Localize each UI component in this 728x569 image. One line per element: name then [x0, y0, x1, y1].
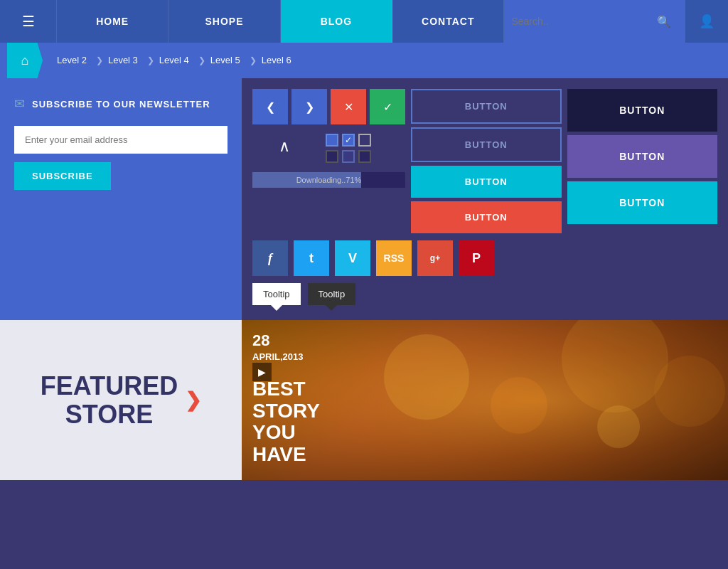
- bokeh-circle: [384, 334, 469, 420]
- nav-shope[interactable]: SHOPE: [168, 0, 280, 43]
- facebook-button[interactable]: f: [252, 240, 288, 276]
- pinterest-button[interactable]: P: [459, 240, 494, 276]
- breadcrumb-home[interactable]: ⌂: [7, 43, 43, 78]
- large-button-3[interactable]: BUTTON: [411, 166, 562, 198]
- twitter-button[interactable]: t: [294, 240, 329, 276]
- email-field[interactable]: [14, 126, 228, 154]
- search-icon[interactable]: 🔍: [657, 15, 671, 28]
- breadcrumb-level6[interactable]: Level 6: [251, 43, 302, 78]
- checkbox-2[interactable]: ✓: [342, 134, 355, 147]
- bokeh-circle: [491, 377, 547, 434]
- xl-button-3[interactable]: BUTTON: [567, 181, 718, 224]
- newsletter-panel: ✉ SUBSCRIBE TO OUR NEWSLETTER SUBSCRIBE: [0, 78, 242, 320]
- vimeo-button[interactable]: V: [335, 240, 370, 276]
- tooltip-1[interactable]: Tooltip: [252, 283, 301, 305]
- featured-store-arrow: ❯: [185, 388, 201, 412]
- blog-post-title: BESTSTORYYOUHAVE: [252, 378, 320, 466]
- featured-store[interactable]: FEATUREDSTORE ❯: [0, 320, 242, 480]
- main-content: ✉ SUBSCRIBE TO OUR NEWSLETTER SUBSCRIBE …: [0, 78, 728, 320]
- large-button-1[interactable]: BUTTON: [411, 89, 562, 124]
- subscribe-button[interactable]: SUBSCRIBE: [14, 162, 111, 190]
- checkbox-1[interactable]: [326, 134, 338, 147]
- xl-button-1[interactable]: BUTTON: [567, 89, 718, 132]
- prev-button[interactable]: ❮: [252, 89, 288, 124]
- user-button[interactable]: 👤: [685, 0, 728, 43]
- blog-post[interactable]: 28 APRIL,2013 ▶ BESTSTORYYOUHAVE: [242, 320, 728, 480]
- checkbox-4[interactable]: [326, 150, 338, 163]
- up-arrow-icon[interactable]: ∧: [279, 137, 290, 156]
- bokeh-circle: [597, 405, 640, 448]
- search-input[interactable]: [511, 16, 657, 27]
- progress-label: Downloading..71%: [296, 176, 362, 184]
- tooltip-2[interactable]: Tooltip: [308, 283, 356, 305]
- large-buttons-group: BUTTON BUTTON BUTTON BUTTON: [411, 89, 562, 233]
- nav-contact[interactable]: CONTACT: [392, 0, 504, 43]
- home-icon: ⌂: [21, 53, 29, 68]
- video-icon: ▶: [258, 366, 266, 378]
- breadcrumb-level4[interactable]: Level 4: [149, 43, 200, 78]
- newsletter-header: ✉ SUBSCRIBE TO OUR NEWSLETTER: [14, 96, 228, 112]
- search-container: 🔍: [504, 0, 685, 43]
- close-button[interactable]: ✕: [331, 89, 366, 124]
- next-button[interactable]: ❯: [291, 89, 327, 124]
- large-button-4[interactable]: BUTTON: [411, 201, 562, 233]
- nav-home[interactable]: HOME: [57, 0, 168, 43]
- user-icon: 👤: [699, 14, 714, 29]
- nav-blog[interactable]: BLOG: [281, 0, 392, 43]
- rss-button[interactable]: RSS: [376, 240, 412, 276]
- breadcrumb-level3[interactable]: Level 3: [97, 43, 149, 78]
- email-icon: ✉: [14, 96, 25, 112]
- checkbox-3[interactable]: [358, 134, 371, 147]
- xl-button-2[interactable]: BUTTON: [567, 135, 718, 178]
- checkbox-6[interactable]: [358, 150, 371, 163]
- breadcrumb-level2[interactable]: Level 2: [46, 43, 97, 78]
- bottom-section: FEATUREDSTORE ❯ 28 APRIL,2013 ▶ BESTSTOR…: [0, 320, 728, 480]
- widget-panel: ❮ ❯ ✕ ✓ ∧ ✓: [242, 78, 728, 320]
- tooltips-area: Tooltip Tooltip: [252, 283, 717, 305]
- breadcrumb-level5[interactable]: Level 5: [200, 43, 251, 78]
- newsletter-title: SUBSCRIBE TO OUR NEWSLETTER: [32, 99, 210, 110]
- breadcrumb: ⌂ Level 2 Level 3 Level 4 Level 5 Level …: [0, 43, 728, 78]
- check-button[interactable]: ✓: [370, 89, 405, 124]
- bokeh-circle: [654, 356, 725, 427]
- large-button-2[interactable]: BUTTON: [411, 127, 562, 162]
- featured-store-title: FEATUREDSTORE: [41, 372, 178, 428]
- xl-buttons-group: BUTTON BUTTON BUTTON: [567, 89, 718, 233]
- hamburger-button[interactable]: ☰: [0, 0, 57, 43]
- blog-date: 28 APRIL,2013: [252, 331, 304, 363]
- social-buttons: f t V RSS g+ P: [252, 240, 717, 276]
- checkbox-5[interactable]: [342, 150, 355, 163]
- hamburger-icon: ☰: [22, 13, 35, 30]
- top-nav: ☰ HOME SHOPE BLOG CONTACT 🔍 👤: [0, 0, 728, 43]
- google-plus-button[interactable]: g+: [417, 240, 453, 276]
